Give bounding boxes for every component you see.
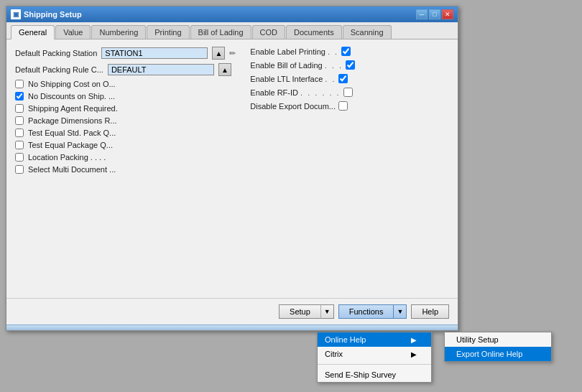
- tab-bar: General Value Numbering Printing Bill of…: [6, 22, 458, 39]
- content-area: Default Packing Station ▲ ✏ Default Pack…: [6, 39, 458, 298]
- tab-numbering[interactable]: Numbering: [91, 25, 146, 39]
- package-dimensions-label: Package Dimensions R...: [28, 116, 117, 125]
- main-window: ▣ Shipping Setup ─ □ ✕ General Value Num…: [6, 6, 458, 331]
- no-shipping-cost-row: No Shipping Cost on O...: [15, 80, 236, 88]
- functions-dropdown-menu: Online Help ▶ Citrix ▶ Send E-Ship Surve…: [317, 332, 432, 383]
- enable-bill-of-lading-row: Enable Bill of Lading . . .: [250, 60, 449, 70]
- minimize-button[interactable]: ─: [416, 9, 428, 19]
- test-equal-std-row: Test Equal Std. Pack Q...: [15, 129, 236, 137]
- functions-menu-citrix[interactable]: Citrix ▶: [318, 347, 431, 361]
- enable-ltl-row: Enable LTL Interface . .: [250, 74, 449, 83]
- help-button[interactable]: Help: [411, 304, 449, 319]
- tab-value[interactable]: Value: [55, 25, 91, 39]
- title-bar-controls: ─ □ ✕: [416, 9, 453, 19]
- shipping-agent-row: Shipping Agent Required.: [15, 104, 236, 113]
- test-equal-std-label: Test Equal Std. Pack Q...: [28, 129, 116, 137]
- enable-label-printing-row: Enable Label Printing . .: [250, 47, 449, 56]
- enable-rfid-label: Enable RF-ID . . . . . .: [250, 88, 340, 97]
- no-discounts-row: No Discounts on Ship. ...: [15, 92, 236, 101]
- utility-setup-item[interactable]: Utility Setup: [445, 332, 551, 347]
- packing-station-lookup-button[interactable]: ▲: [212, 47, 225, 60]
- test-equal-pkg-row: Test Equal Package Q...: [15, 141, 236, 149]
- functions-menu-online-help[interactable]: Online Help ▶: [318, 332, 431, 347]
- test-equal-pkg-label: Test Equal Package Q...: [28, 141, 113, 149]
- disable-export-label: Disable Export Docum...: [250, 102, 336, 111]
- title-bar-left: ▣ Shipping Setup: [11, 9, 82, 19]
- packing-rule-row: Default Packing Rule C... ▲: [15, 63, 236, 76]
- packing-station-edit-icon[interactable]: ✏: [229, 49, 236, 58]
- package-dimensions-row: Package Dimensions R...: [15, 116, 236, 125]
- window-bottom-bar: [6, 325, 458, 330]
- select-multi-doc-label: Select Multi Document ...: [28, 165, 116, 174]
- no-discounts-label: No Discounts on Ship. ...: [28, 92, 115, 101]
- enable-rfid-checkbox[interactable]: [343, 88, 353, 97]
- online-help-arrow-icon: ▶: [411, 336, 417, 344]
- setup-button[interactable]: Setup: [279, 304, 320, 319]
- packing-rule-lookup-button[interactable]: ▲: [218, 63, 231, 76]
- functions-menu-send-eship[interactable]: Send E-Ship Survey: [318, 368, 431, 382]
- select-multi-doc-checkbox[interactable]: [15, 165, 24, 174]
- packing-rule-input[interactable]: [108, 64, 214, 75]
- close-button[interactable]: ✕: [442, 9, 453, 19]
- test-equal-std-checkbox[interactable]: [15, 129, 24, 137]
- no-discounts-checkbox[interactable]: [15, 92, 24, 101]
- maximize-button[interactable]: □: [429, 9, 440, 19]
- menu-separator: [318, 364, 431, 365]
- window-icon: ▣: [11, 9, 21, 19]
- tab-scanning[interactable]: Scanning: [343, 25, 392, 39]
- tab-documents[interactable]: Documents: [286, 25, 342, 39]
- window-title: Shipping Setup: [24, 10, 82, 19]
- location-packing-label: Location Packing . . . .: [28, 153, 106, 162]
- enable-bill-of-lading-checkbox[interactable]: [346, 60, 355, 70]
- enable-label-printing-checkbox[interactable]: [341, 47, 351, 56]
- enable-ltl-label: Enable LTL Interface . .: [250, 75, 336, 83]
- tab-bill-of-lading[interactable]: Bill of Lading: [190, 25, 251, 39]
- packing-station-row: Default Packing Station ▲ ✏: [15, 47, 236, 60]
- enable-ltl-checkbox[interactable]: [338, 74, 348, 83]
- packing-station-input[interactable]: [101, 47, 208, 59]
- location-packing-checkbox[interactable]: [15, 153, 24, 162]
- functions-dropdown-button[interactable]: ▼: [393, 304, 407, 319]
- setup-btn-group: Setup ▼: [279, 304, 334, 319]
- tab-printing[interactable]: Printing: [147, 25, 189, 39]
- functions-btn-group: Functions ▼: [338, 304, 407, 319]
- enable-bill-of-lading-label: Enable Bill of Lading . . .: [250, 61, 343, 70]
- packing-rule-label: Default Packing Rule C...: [15, 65, 103, 74]
- packing-station-label: Default Packing Station: [15, 49, 97, 57]
- citrix-arrow-icon: ▶: [411, 350, 417, 358]
- shipping-agent-label: Shipping Agent Required.: [28, 104, 118, 113]
- tab-general[interactable]: General: [11, 25, 55, 39]
- title-bar: ▣ Shipping Setup ─ □ ✕: [6, 6, 458, 22]
- enable-label-printing-label: Enable Label Printing . .: [250, 47, 338, 56]
- form-left: Default Packing Station ▲ ✏ Default Pack…: [15, 47, 236, 177]
- tab-cod[interactable]: COD: [252, 25, 285, 39]
- export-online-help-item[interactable]: Export Online Help: [445, 347, 551, 361]
- form-section: Default Packing Station ▲ ✏ Default Pack…: [15, 47, 449, 177]
- enable-rfid-row: Enable RF-ID . . . . . .: [250, 88, 449, 97]
- test-equal-pkg-checkbox[interactable]: [15, 141, 24, 149]
- select-multi-doc-row: Select Multi Document ...: [15, 165, 236, 174]
- utility-submenu: Utility Setup Export Online Help: [444, 332, 552, 362]
- setup-dropdown-button[interactable]: ▼: [320, 304, 334, 319]
- disable-export-row: Disable Export Docum...: [250, 101, 449, 111]
- functions-button[interactable]: Functions: [338, 304, 394, 319]
- no-shipping-cost-label: No Shipping Cost on O...: [28, 80, 116, 88]
- package-dimensions-checkbox[interactable]: [15, 116, 24, 125]
- form-right: Enable Label Printing . . Enable Bill of…: [250, 47, 449, 177]
- shipping-agent-checkbox[interactable]: [15, 104, 24, 113]
- footer: Setup ▼ Functions ▼ Help: [6, 298, 458, 325]
- no-shipping-cost-checkbox[interactable]: [15, 80, 24, 88]
- location-packing-row: Location Packing . . . .: [15, 153, 236, 162]
- disable-export-checkbox[interactable]: [338, 101, 348, 111]
